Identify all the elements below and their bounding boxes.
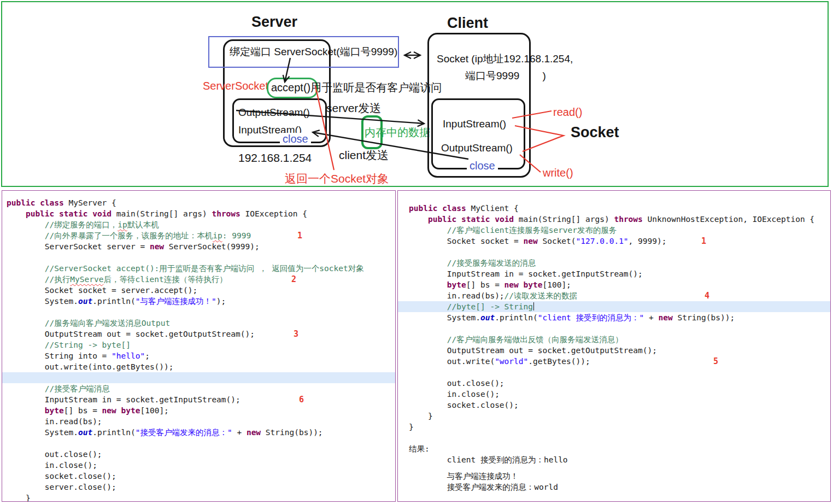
code-token xyxy=(35,198,40,207)
code-line[interactable]: System.out.println("接受客户端发来的消息：" + new S… xyxy=(7,427,395,438)
code-token: //执行 xyxy=(7,275,70,284)
code-token: ; xyxy=(145,351,150,360)
code-line[interactable]: public static void main(String[] args) t… xyxy=(409,214,830,225)
code-line[interactable]: ServerSocket server = new ServerSocket(9… xyxy=(7,241,395,252)
code-line[interactable]: 接受客户端发来的消息：world xyxy=(409,482,830,493)
code-line[interactable]: byte[] bs = new byte[100]; xyxy=(7,405,395,416)
code-token: main(String[] args) xyxy=(112,209,212,218)
code-token: //接受客户端消息 xyxy=(7,384,110,393)
code-token: socket.close(); xyxy=(7,472,116,480)
code-token xyxy=(7,406,45,415)
code-token: MyServe xyxy=(70,275,103,284)
code-line[interactable]: Socket socket = new Socket("127.0.0.1", … xyxy=(409,236,830,247)
code-token: in.read(bs); xyxy=(409,291,505,300)
code-line[interactable]: in.read(bs);//读取发送来的数据4 xyxy=(409,290,830,301)
code-line[interactable]: 与客户端连接成功！ xyxy=(409,471,830,482)
write-label: write() xyxy=(543,167,573,179)
code-token: .println( xyxy=(92,428,136,437)
server-ip-label: 192.168.1.254 xyxy=(238,151,312,165)
client-io-box xyxy=(431,98,525,169)
code-line[interactable]: System.out.println("client 接受到的消息为：" + n… xyxy=(409,312,830,323)
code-token: String(bs)); xyxy=(261,428,323,437)
code-line[interactable]: System.out.println("与客户端连接成功！"); xyxy=(7,296,395,307)
code-line[interactable]: out.write(into.getBytes()); xyxy=(7,361,395,372)
code-line[interactable] xyxy=(7,438,395,449)
code-line[interactable]: public class MyServer { xyxy=(7,197,395,208)
code-line[interactable] xyxy=(409,432,830,443)
code-token: new xyxy=(659,313,673,322)
code-line[interactable]: Socket socket = server.accept(); xyxy=(7,285,395,296)
code-token: "127.0.0.1" xyxy=(576,237,629,245)
code-token: + xyxy=(232,428,247,437)
code-line[interactable]: client 接受到的消息为：hello xyxy=(409,454,830,465)
code-line[interactable] xyxy=(409,367,830,378)
code-line[interactable]: public class MyClient { xyxy=(409,203,830,214)
code-line[interactable] xyxy=(409,323,830,334)
code-line[interactable] xyxy=(409,247,830,257)
code-line[interactable]: //ServerSocket accept():用于监听是否有客户端访问 ， 返… xyxy=(7,263,395,274)
code-line[interactable]: //byte[] -> String xyxy=(409,301,830,312)
code-line[interactable]: //向外界暴露了一个服务，该服务的地址：本机ip: 99991 xyxy=(7,230,395,241)
code-line[interactable]: //接受服务端发送的消息 xyxy=(409,257,830,268)
code-token: InputStream in = socket.getInputStream()… xyxy=(409,269,643,278)
code-token: 后，等待client连接（等待执行） xyxy=(103,275,227,284)
code-token: 与客户端连接成功！ xyxy=(409,472,518,480)
code-token: "world" xyxy=(495,357,528,366)
diagram-frame xyxy=(1,1,829,187)
code-line[interactable]: socket.close(); xyxy=(7,471,395,482)
code-line[interactable]: 结果: xyxy=(409,443,830,454)
code-line[interactable]: out.close(); xyxy=(409,378,830,389)
client-code-panel[interactable]: public class MyClient { public static vo… xyxy=(397,190,831,502)
code-token: byte xyxy=(447,280,466,289)
code-line[interactable]: in.close(); xyxy=(7,460,395,471)
code-token: static xyxy=(59,209,87,218)
code-line[interactable]: } xyxy=(409,421,830,432)
code-token: //byte[] -> String xyxy=(409,302,533,311)
bind-port-box: 绑定端口 ServerSocket(端口号9999) xyxy=(208,36,399,68)
code-token: [] bs = xyxy=(466,280,505,289)
code-line[interactable]: //客户端client连接服务端server发布的服务 xyxy=(409,225,830,236)
code-token: class xyxy=(40,198,64,207)
code-line[interactable]: socket.close(); xyxy=(409,400,830,411)
code-line[interactable]: OutputStream out = socket.getOutputStrea… xyxy=(409,345,830,356)
code-line[interactable]: String into = "hello"; xyxy=(7,350,395,361)
server-code-panel[interactable]: public class MyServer { public static vo… xyxy=(2,190,396,502)
code-token: .println( xyxy=(92,297,136,306)
client-close-label: close xyxy=(467,160,498,172)
code-line[interactable]: //接受客户端消息 xyxy=(7,383,395,394)
code-line[interactable] xyxy=(409,465,830,471)
code-token: //向外界暴露了一个服务，该服务的地址：本机 xyxy=(7,231,213,240)
server-code[interactable]: public class MyServer { public static vo… xyxy=(2,191,395,501)
code-line[interactable]: out.write("world".getBytes());5 xyxy=(409,356,830,367)
text-cursor xyxy=(533,302,535,310)
code-line[interactable]: InputStream in = socket.getInputStream()… xyxy=(7,394,395,405)
step-annotation: 3 xyxy=(294,329,298,339)
step-annotation: 1 xyxy=(701,236,706,247)
code-line[interactable]: OutputStream out = socket.getOutputStrea… xyxy=(7,329,395,339)
code-token xyxy=(409,280,447,289)
code-line[interactable]: } xyxy=(7,493,395,502)
code-line[interactable]: in.close(); xyxy=(409,389,830,400)
code-line[interactable]: out.close(); xyxy=(7,449,395,460)
code-line[interactable] xyxy=(7,372,395,383)
code-token: byte xyxy=(121,406,140,415)
code-line[interactable]: in.read(bs); xyxy=(7,416,395,427)
code-line[interactable]: InputStream in = socket.getInputStream()… xyxy=(409,268,830,279)
code-line[interactable]: //执行MyServe后，等待client连接（等待执行）2 xyxy=(7,274,395,285)
server-send-label: server发送 xyxy=(326,102,381,115)
code-line[interactable]: //String -> byte[] xyxy=(7,339,395,350)
code-token: public xyxy=(26,209,54,218)
serversocket-label: ServerSocket xyxy=(203,80,268,92)
code-line[interactable]: byte[] bs = new byte[100]; xyxy=(409,279,830,290)
code-line[interactable]: } xyxy=(409,411,830,421)
code-line[interactable]: //客户端向服务端做出反馈（向服务端发送消息） xyxy=(409,334,830,345)
code-token xyxy=(519,280,524,289)
code-line[interactable] xyxy=(7,252,395,263)
code-line[interactable]: //绑定服务的端口，ip默认本机 xyxy=(7,219,395,230)
code-token xyxy=(54,209,59,218)
code-line[interactable]: server.close(); xyxy=(7,482,395,493)
code-line[interactable]: //服务端向客户端发送消息Output xyxy=(7,318,395,329)
client-code[interactable]: public class MyClient { public static vo… xyxy=(398,191,830,501)
code-line[interactable]: public static void main(String[] args) t… xyxy=(7,208,395,219)
code-line[interactable] xyxy=(7,307,395,318)
